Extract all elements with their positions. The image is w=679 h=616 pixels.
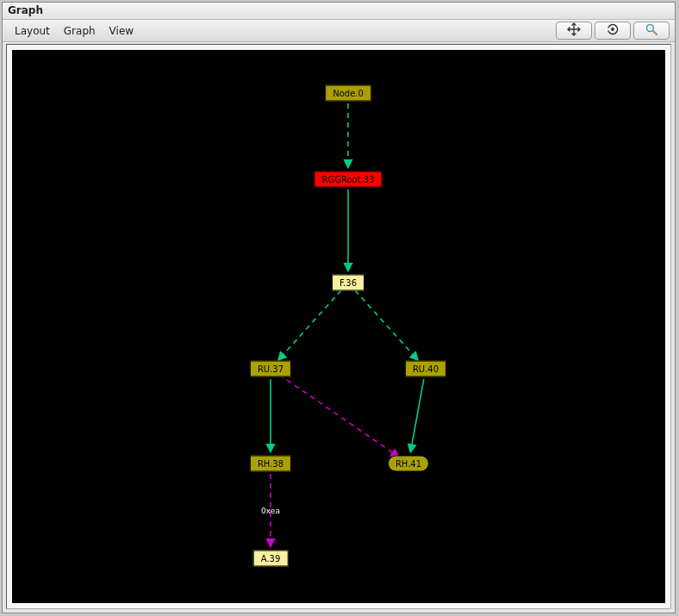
menu-graph[interactable]: Graph [57, 22, 103, 40]
node-label: RU.37 [258, 364, 283, 374]
graph-canvas[interactable]: Node.0 RGGRoot.33 F.36 RU.37 RU.40 RH.38… [12, 50, 665, 603]
magnifier-icon [645, 22, 658, 39]
svg-point-0 [612, 28, 614, 30]
menu-bar: Layout Graph View [3, 20, 675, 42]
graph-node-node0[interactable]: Node.0 [325, 85, 371, 102]
graph-edge [355, 290, 418, 360]
node-label: RH.41 [396, 459, 421, 469]
node-label: RU.40 [413, 364, 439, 374]
graph-edge [279, 375, 399, 457]
node-label: Node.0 [333, 89, 364, 98]
pan-button[interactable] [556, 22, 592, 40]
graph-node-rh41[interactable]: RH.41 [388, 456, 429, 472]
graph-node-rggroot[interactable]: RGGRoot.33 [314, 171, 382, 188]
node-label: RH.38 [258, 459, 283, 469]
toolbar [556, 22, 670, 40]
edge-layer [12, 50, 665, 603]
graph-node-a39[interactable]: A.39 [253, 551, 289, 567]
node-label: A.39 [261, 554, 281, 563]
rotate-icon [606, 22, 620, 39]
canvas-wrap: Node.0 RGGRoot.33 F.36 RU.37 RU.40 RH.38… [6, 44, 671, 609]
menu-layout[interactable]: Layout [8, 22, 57, 40]
svg-line-2 [653, 31, 657, 34]
graph-edge [278, 290, 341, 360]
graph-node-ru37[interactable]: RU.37 [250, 361, 291, 377]
move-icon [567, 22, 581, 39]
graph-edge [411, 379, 424, 451]
node-label: F.36 [340, 278, 357, 288]
zoom-button[interactable] [633, 22, 670, 40]
graph-node-rh38[interactable]: RH.38 [250, 456, 291, 472]
graph-node-ru40[interactable]: RU.40 [405, 361, 446, 377]
window-title: Graph [3, 3, 675, 20]
graph-node-f36[interactable]: F.36 [332, 275, 364, 291]
graph-window: Graph Layout Graph View [2, 2, 676, 613]
rotate-button[interactable] [595, 22, 631, 40]
node-label: RGGRoot.33 [321, 175, 374, 184]
edge-label: 0xea [261, 507, 280, 515]
menu-view[interactable]: View [103, 22, 140, 40]
